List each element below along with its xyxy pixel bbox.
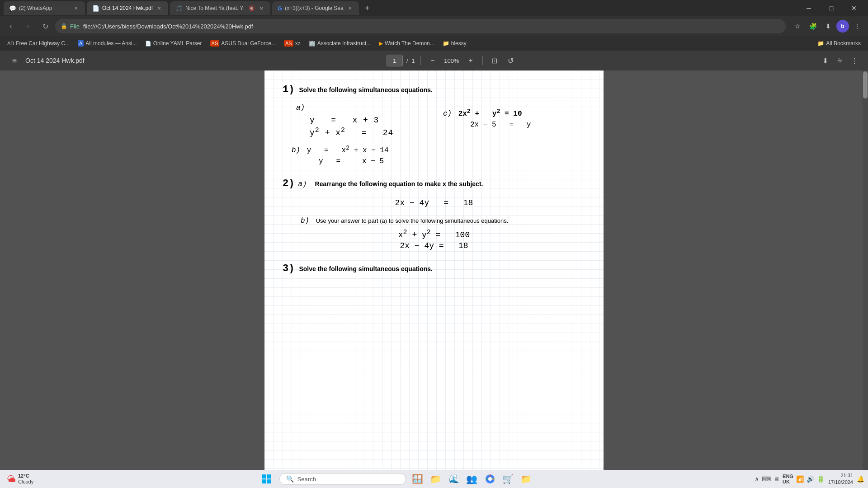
question-3: 3) Solve the following simultaneous equa…	[283, 263, 585, 279]
close-button[interactable]: ✕	[844, 0, 864, 16]
pdf-zoom-out-button[interactable]: −	[426, 54, 439, 67]
pdf-page: 1) Solve the following simultaneous equa…	[264, 70, 604, 470]
search-bar[interactable]: 🔍 Search	[279, 473, 406, 485]
taskbar-store-icon[interactable]: 🛒	[500, 471, 516, 487]
bookmark-label-associate: Associate Infrastruct...	[317, 40, 371, 47]
tray-screen-icon[interactable]: 🖥	[774, 475, 780, 483]
pdf-page-input[interactable]	[387, 55, 403, 66]
weather-text: 12°C Cloudy	[18, 473, 33, 485]
tab-music[interactable]: 🎵 Nice To Meet Ya (feat. Yxng 🔇 ✕	[170, 1, 270, 15]
bookmark-xz[interactable]: AS xz	[280, 39, 304, 48]
toolbar-icons: ☆ 🧩 ⬇ b ⋮	[790, 19, 864, 33]
bookmark-favicon-xz: AS	[284, 40, 293, 47]
tray-lang[interactable]: ENGUK	[783, 474, 793, 484]
tab-close-music[interactable]: ✕	[258, 5, 265, 12]
q1c-label: c)	[443, 110, 452, 118]
menu-button[interactable]: ⋮	[850, 19, 864, 33]
pdf-fit-button[interactable]: ⊡	[488, 54, 501, 67]
taskbar: 🌥 12°C Cloudy 🔍 Search 🪟 📁 🌊 👥	[0, 470, 868, 488]
q2a-text: Rearrange the following equation to make…	[315, 180, 483, 188]
start-button[interactable]	[258, 472, 276, 486]
svg-rect-1	[267, 474, 271, 479]
tray-network-icon[interactable]: 📶	[796, 475, 804, 483]
taskbar-right: ∧ ⌨ 🖥 ENGUK 📶 🔊 🔋 21:31 17/10/2024 🔔	[755, 472, 864, 486]
taskbar-files-icon[interactable]: 📁	[518, 471, 534, 487]
taskbar-gallery-icon[interactable]: 🪟	[410, 471, 426, 487]
bookmark-favicon-asus: AS	[210, 40, 220, 47]
search-placeholder: Search	[297, 476, 316, 483]
taskbar-app-icons: 🪟 📁 🌊 👥 🛒 📁	[410, 471, 534, 487]
pdf-scrollbar[interactable]	[863, 70, 868, 470]
tab-close-whatsapp[interactable]: ✕	[72, 5, 80, 12]
pdf-page-separator: /	[406, 57, 408, 64]
pdf-toolbar: ≡ Oct 14 2024 Hwk.pdf / 1 − 100% + ⊡ ↺ ⬇…	[0, 51, 868, 70]
bookmark-favicon-freeCar: AD	[7, 41, 14, 46]
tray-volume-icon[interactable]: 🔊	[807, 475, 814, 483]
new-tab-button[interactable]: +	[361, 2, 373, 14]
bookmark-label-asus: ASUS Dual GeForce...	[221, 40, 276, 47]
tab-mute-icon[interactable]: 🔇	[249, 5, 255, 11]
bookmark-free-car[interactable]: AD Free Car Highway C...	[4, 39, 73, 48]
weather-temp: 12°C	[18, 473, 33, 479]
bookmark-blessy[interactable]: 📁 blessy	[439, 39, 470, 48]
time-widget[interactable]: 21:31 17/10/2024	[828, 472, 853, 486]
tab-label-music: Nice To Meet Ya (feat. Yxng	[185, 5, 244, 11]
bookmark-label-xz: xz	[295, 40, 301, 47]
bookmark-associate[interactable]: 🏢 Associate Infrastruct...	[305, 39, 375, 48]
tab-label-google: (x+3)(x+3) - Google Search	[285, 5, 344, 11]
bookmark-all[interactable]: 📁 All Bookmarks	[814, 39, 864, 48]
tab-close-pdf[interactable]: ✕	[156, 5, 163, 12]
taskbar-left: 🌥 12°C Cloudy	[4, 471, 37, 487]
bookmark-all-icon: 📁	[817, 40, 824, 47]
pdf-zoom-value: 100%	[443, 57, 461, 64]
bookmark-asus[interactable]: AS ASUS Dual GeForce...	[207, 39, 279, 48]
address-box[interactable]: 🔒 File file:///C:/Users/bless/Downloads/…	[55, 19, 786, 33]
extensions-button[interactable]: 🧩	[806, 19, 820, 33]
weather-widget[interactable]: 🌥 12°C Cloudy	[4, 471, 37, 487]
pdf-print-button[interactable]: 🖨	[834, 54, 846, 67]
taskbar-explorer-icon[interactable]: 📁	[428, 471, 444, 487]
bookmark-favicon-yaml: 📄	[145, 41, 151, 47]
q1b-eq1: y = x2 + x − 14	[307, 146, 389, 155]
q3-text: Solve the following simultaneous equatio…	[299, 265, 433, 272]
q3-number: 3)	[283, 263, 294, 274]
forward-button[interactable]: ›	[21, 19, 35, 33]
reload-button[interactable]: ↻	[38, 19, 52, 33]
q1a-eq1: y = x + 3	[310, 116, 425, 125]
bookmark-star-button[interactable]: ☆	[790, 19, 805, 33]
pdf-toolbar-divider2	[482, 56, 483, 65]
svg-rect-2	[262, 479, 266, 483]
tab-whatsapp[interactable]: 💬 (2) WhatsApp ✕	[4, 1, 85, 15]
bookmark-label-freeCar: Free Car Highway C...	[16, 40, 70, 47]
bookmark-yaml[interactable]: 📄 Online YAML Parser	[142, 39, 206, 48]
pdf-zoom-in-button[interactable]: +	[464, 54, 477, 67]
tray-notification-icon[interactable]: 🔔	[857, 475, 864, 483]
bookmark-favicon-modules: A	[78, 40, 84, 47]
bookmark-allmodules[interactable]: A All modules — Ansi...	[74, 39, 141, 48]
minimize-button[interactable]: ─	[798, 0, 819, 16]
maximize-button[interactable]: □	[821, 0, 842, 16]
profile-button[interactable]: b	[836, 20, 849, 33]
bookmark-label-blessy: blessy	[451, 40, 467, 47]
pdf-menu-button[interactable]: ≡	[7, 53, 22, 68]
tray-battery-icon[interactable]: 🔋	[817, 475, 825, 483]
pdf-toolbar-divider	[420, 56, 421, 65]
tray-keyboard-icon[interactable]: ⌨	[762, 475, 771, 483]
taskbar-teams-icon[interactable]: 👥	[464, 471, 480, 487]
weather-icon: 🌥	[7, 474, 16, 484]
tab-close-google[interactable]: ✕	[346, 5, 354, 12]
pdf-more-button[interactable]: ⋮	[848, 54, 861, 67]
tray-chevron-icon[interactable]: ∧	[755, 475, 759, 483]
download-button[interactable]: ⬇	[821, 19, 835, 33]
pdf-download-button[interactable]: ⬇	[819, 54, 832, 67]
tab-google[interactable]: G (x+3)(x+3) - Google Search ✕	[272, 1, 359, 15]
clock-time: 21:31	[828, 472, 853, 479]
bookmark-demon[interactable]: ▶ Watch The Demon...	[375, 39, 438, 48]
back-button[interactable]: ‹	[4, 19, 18, 33]
q1c-eq2: 2x − 5 = y	[470, 121, 585, 129]
bookmark-favicon-demon: ▶	[379, 40, 383, 47]
taskbar-browser-icon[interactable]	[482, 471, 498, 487]
tab-pdf[interactable]: 📄 Oct 14 2024 Hwk.pdf ✕	[87, 1, 168, 15]
pdf-rotate-button[interactable]: ↺	[505, 54, 517, 67]
taskbar-edge-icon[interactable]: 🌊	[446, 471, 462, 487]
